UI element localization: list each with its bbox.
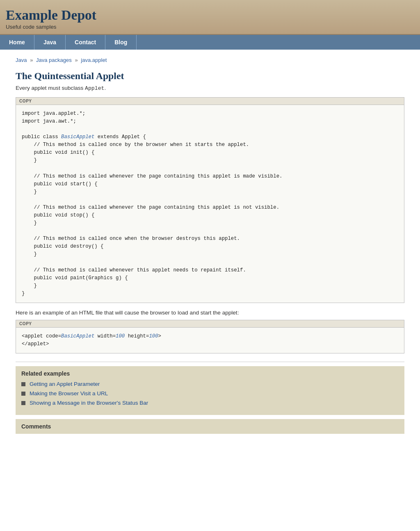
site-title: Example Depot xyxy=(6,7,414,23)
related-link-3[interactable]: Showing a Message in the Browser's Statu… xyxy=(30,400,148,406)
code-block-1: import java.applet.*; import java.awt.*;… xyxy=(16,105,404,303)
related-item-1: Getting an Applet Parameter xyxy=(21,381,399,387)
code-block-2: <applet code=BasicApplet width=100 heigh… xyxy=(16,328,404,353)
page-title: The Quintessential Applet xyxy=(16,71,404,82)
code-block-2-container: COPY <applet code=BasicApplet width=100 … xyxy=(16,320,404,353)
main-nav: Home Java Contact Blog xyxy=(0,35,420,50)
breadcrumb-sep2: » xyxy=(75,57,79,63)
nav-contact[interactable]: Contact xyxy=(66,35,105,50)
related-examples-section: Related examples Getting an Applet Param… xyxy=(16,366,404,415)
related-list: Getting an Applet Parameter Making the B… xyxy=(21,381,399,406)
site-header: Example Depot Useful code samples xyxy=(0,0,420,35)
related-bullet-1 xyxy=(21,382,25,386)
breadcrumb: Java » Java packages » java.applet xyxy=(16,57,404,63)
related-bullet-3 xyxy=(21,401,25,405)
section-divider xyxy=(16,362,404,362)
breadcrumb-java[interactable]: Java xyxy=(16,57,27,63)
code-copy-button-1[interactable]: COPY xyxy=(16,98,404,105)
basic-applet-link-2[interactable]: BasicApplet xyxy=(61,333,94,339)
between-text: Here is an example of an HTML file that … xyxy=(16,310,404,316)
basic-applet-link-1[interactable]: BasicApplet xyxy=(61,134,94,140)
breadcrumb-java-applet[interactable]: java.applet xyxy=(81,57,107,63)
nav-blog[interactable]: Blog xyxy=(105,35,137,50)
site-subtitle: Useful code samples xyxy=(6,24,414,30)
breadcrumb-sep1: » xyxy=(30,57,34,63)
nav-java[interactable]: Java xyxy=(34,35,66,50)
nav-home[interactable]: Home xyxy=(0,35,34,50)
related-bullet-2 xyxy=(21,392,25,396)
breadcrumb-java-packages[interactable]: Java packages xyxy=(36,57,72,63)
comments-title: Comments xyxy=(21,423,399,430)
comments-section: Comments xyxy=(16,419,404,434)
related-link-2[interactable]: Making the Browser Visit a URL xyxy=(30,390,108,397)
code-block-1-container: COPY import java.applet.*; import java.a… xyxy=(16,97,404,303)
related-link-1[interactable]: Getting an Applet Parameter xyxy=(30,381,100,387)
page-intro: Every applet must subclass Applet. xyxy=(16,85,404,91)
related-item-2: Making the Browser Visit a URL xyxy=(21,390,399,397)
main-content: Java » Java packages » java.applet The Q… xyxy=(9,50,411,442)
related-item-3: Showing a Message in the Browser's Statu… xyxy=(21,400,399,406)
code-copy-button-2[interactable]: COPY xyxy=(16,320,404,328)
related-title: Related examples xyxy=(21,370,399,377)
